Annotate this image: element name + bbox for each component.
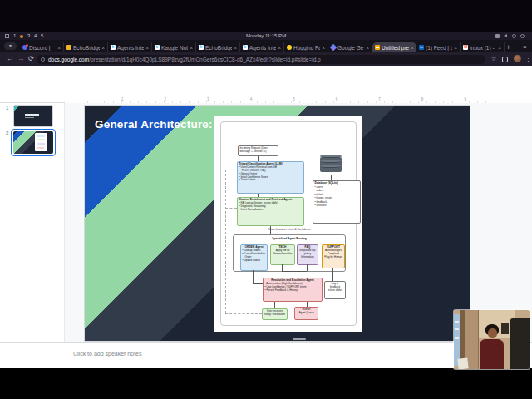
browser-tab-bar: ▾ Discord | × EchoBridge × k Agents Inte… bbox=[0, 40, 532, 52]
clock-label: Monday 11:15 PM bbox=[0, 33, 532, 38]
linkedin-favicon-icon: in bbox=[419, 45, 424, 50]
architecture-diagram-image[interactable]: Incoming Request (User Message + Session… bbox=[214, 116, 362, 332]
browser-menu-icon[interactable]: ⋮ bbox=[525, 56, 531, 62]
site-settings-icon[interactable] bbox=[41, 57, 45, 62]
route-condition-label: Route based on Intent & Confidence bbox=[235, 228, 343, 231]
tab-gmail-inbox[interactable]: M Inbox (1) - × bbox=[461, 42, 505, 52]
tab-close-icon[interactable]: × bbox=[234, 45, 237, 51]
tab-close-icon[interactable]: × bbox=[366, 45, 369, 51]
tab-close-icon[interactable]: × bbox=[278, 45, 281, 51]
tab-google-gemini[interactable]: Google Ge × bbox=[328, 42, 372, 52]
window-close-icon[interactable]: × bbox=[523, 42, 527, 52]
huggingface-favicon-icon bbox=[287, 45, 292, 50]
browser-url-bar: ← → ⟳ docs.google.com/presentation/d/1qH… bbox=[0, 52, 532, 66]
tab-close-icon[interactable]: × bbox=[498, 45, 501, 51]
reload-icon[interactable]: ⟳ bbox=[28, 55, 34, 62]
tab-close-icon[interactable]: × bbox=[454, 45, 457, 51]
support-agent-box[interactable]: SUPPORT Acknowledges Complaint Flag for … bbox=[322, 244, 345, 268]
kaggle-favicon-icon: k bbox=[111, 45, 116, 50]
slide-filmstrip: 1 2 bbox=[0, 103, 65, 342]
system-status-bar: 1 3 4 5 Monday 11:15 PM bbox=[0, 32, 532, 40]
resolution-escalation-box[interactable]: Resolution and Escalation Agent • Auto-r… bbox=[263, 278, 323, 302]
kaggle-favicon-icon: k bbox=[155, 45, 160, 50]
new-tab-button[interactable]: + bbox=[506, 42, 510, 52]
volume-icon[interactable] bbox=[504, 34, 507, 37]
incoming-request-box[interactable]: Incoming Request (User Message + Session… bbox=[238, 145, 278, 156]
log-feedback-label-box[interactable]: Log to feedback tickets tables bbox=[324, 281, 346, 299]
specialized-agent-routing-container[interactable]: Specialized Agent Routing ORDER Agent • … bbox=[233, 234, 346, 272]
kaggle-favicon-icon: k bbox=[199, 45, 204, 50]
slide-1-number: 1 bbox=[6, 106, 8, 111]
tab-close-icon[interactable]: × bbox=[411, 45, 414, 51]
gemini-favicon-icon bbox=[330, 44, 337, 51]
tab-close-icon[interactable]: × bbox=[101, 45, 105, 51]
tab-linkedin-feed[interactable]: in (1) Feed | L × bbox=[416, 42, 461, 52]
person-face bbox=[488, 328, 497, 338]
address-bar-input[interactable]: docs.google.com/presentation/d/1qH0c4Q0p… bbox=[37, 55, 485, 64]
slide-1-thumbnail[interactable] bbox=[13, 105, 53, 127]
tab-agents-intensive-1[interactable]: k Agents Inte × bbox=[108, 42, 152, 52]
triage-agent-box[interactable]: Triage/Classification Agent (LLM) • User… bbox=[237, 161, 304, 194]
tab-agents-intensive-2[interactable]: k Agents Inte × bbox=[240, 42, 284, 52]
main-workspace: 1 2 General Architecture: bbox=[0, 103, 532, 342]
power-icon[interactable] bbox=[520, 34, 525, 38]
letterbox-bottom bbox=[0, 368, 532, 399]
back-icon[interactable]: ← bbox=[7, 55, 13, 62]
kaggle-favicon-icon: k bbox=[243, 45, 248, 50]
slide-2-thumbnail-selected[interactable] bbox=[11, 129, 56, 156]
tab-close-icon[interactable]: × bbox=[322, 45, 325, 51]
speaker-notes-bar[interactable]: Click to add speaker notes bbox=[0, 342, 532, 368]
echobridge-favicon-icon bbox=[66, 45, 71, 50]
screen: 1 3 4 5 Monday 11:15 PM ▾ Discord | × Ec… bbox=[0, 0, 532, 399]
user-receives-box[interactable]: User receives Reply / Resolution bbox=[262, 308, 288, 320]
bookmark-star-icon[interactable]: ☆ bbox=[491, 56, 496, 62]
notes-drag-handle[interactable] bbox=[293, 338, 306, 340]
gmail-favicon-icon: M bbox=[463, 45, 468, 50]
wardrobe-shadow bbox=[510, 318, 530, 369]
human-agent-queue-box[interactable]: Human Agent Queue bbox=[294, 307, 318, 320]
context-enrichment-box[interactable]: Context Enrichment and Retrieval Agent: … bbox=[237, 197, 304, 226]
tab-search-button[interactable]: ▾ bbox=[4, 42, 17, 50]
speaker-notes-placeholder[interactable]: Click to add speaker notes bbox=[73, 351, 142, 357]
slides-favicon-icon bbox=[375, 45, 380, 50]
tab-discord[interactable]: Discord | × bbox=[20, 42, 64, 52]
tab-close-icon[interactable]: × bbox=[190, 45, 193, 51]
browser-profile-avatar[interactable] bbox=[514, 55, 521, 62]
horizontal-ruler: 12 34 56 78 9 bbox=[65, 96, 532, 103]
slide-2-number: 2 bbox=[6, 131, 8, 135]
tab-untitled-presentation-active[interactable]: Untitled pre × bbox=[372, 42, 416, 52]
wall-frame bbox=[501, 323, 509, 334]
gear-icon[interactable] bbox=[512, 34, 516, 38]
faq-agent-box[interactable]: FAQ Templated rep- policy Information bbox=[297, 244, 318, 265]
tab-kaggle-notebook[interactable]: k Kaggle Not × bbox=[152, 42, 196, 52]
forward-icon[interactable]: → bbox=[17, 55, 24, 62]
install-app-icon[interactable] bbox=[502, 57, 508, 62]
person-shirt bbox=[480, 339, 504, 369]
tab-close-icon[interactable]: × bbox=[145, 45, 149, 51]
discord-favicon-icon bbox=[22, 45, 27, 50]
slide-canvas[interactable]: General Architecture: Incoming Request (… bbox=[85, 106, 470, 341]
tab-huggingface[interactable]: Hugging Fa × bbox=[284, 42, 328, 52]
tab-echobridge-1[interactable]: EchoBridge × bbox=[64, 42, 108, 52]
order-agent-box[interactable]: ORDER Agent • Lookup orders • Cancel/res… bbox=[240, 244, 268, 271]
database-cylinder-icon bbox=[320, 155, 342, 175]
network-icon[interactable] bbox=[495, 34, 500, 38]
slide-title-textbox[interactable]: General Architecture: bbox=[95, 118, 213, 131]
webcam-overlay[interactable] bbox=[454, 310, 530, 369]
tech-agent-box[interactable]: TECH Apply KB fix General troubles bbox=[270, 244, 295, 265]
tab-close-icon[interactable]: × bbox=[57, 45, 61, 51]
database-box[interactable]: Database (SQLite) • users • orders • tic… bbox=[313, 180, 361, 224]
tab-echobridge-2[interactable]: k EchoBridge × bbox=[196, 42, 240, 52]
